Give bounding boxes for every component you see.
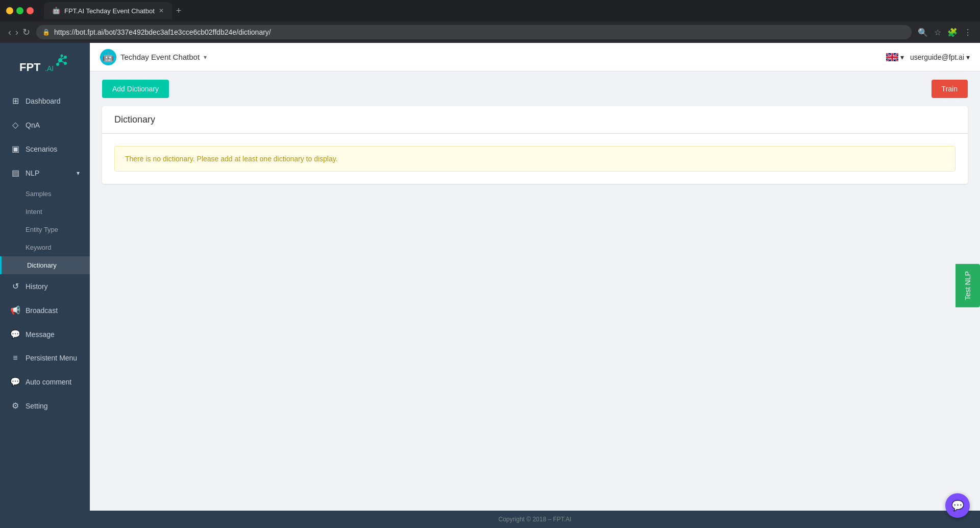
url-bar[interactable]: 🔒 https://bot.fpt.ai/bot/337e492bdec3af1… [36,25,912,39]
dictionary-card: Dictionary There is no dictionary. Pleas… [102,106,968,184]
page-toolbar: Add Dictionary Train [90,71,980,106]
svg-text:.AI: .AI [45,64,54,73]
user-email: userguide@fpt.ai [910,53,964,61]
copyright-text: Copyright © 2018 – FPT.AI [499,516,572,523]
new-tab-button[interactable]: + [176,6,182,16]
nav-buttons: ‹ › ↻ [8,27,30,38]
bot-avatar: 🤖 [100,49,116,65]
close-button[interactable] [27,7,34,14]
sidebar-item-label: Broadcast [26,306,58,315]
chevron-down-icon: ▾ [77,170,80,177]
sidebar-item-label: Auto comment [26,378,71,386]
bot-selector[interactable]: 🤖 Techday Event Chatbot ▾ [100,49,207,65]
back-button[interactable]: ‹ [8,27,11,38]
dictionary-card-body: There is no dictionary. Please add at le… [102,134,968,184]
sidebar-item-samples[interactable]: Samples [0,185,90,203]
top-header: 🤖 Techday Event Chatbot ▾ ▾ usergui [90,43,980,71]
sidebar-item-label: Dashboard [26,97,61,105]
language-label: ▾ [900,53,904,61]
auto-comment-icon: 💬 [10,377,20,387]
chat-bubble-icon: 💬 [951,499,964,512]
bot-chevron-icon: ▾ [204,54,207,61]
forward-button[interactable]: › [15,27,18,38]
chat-bubble[interactable]: 💬 [945,493,970,518]
tab-favicon: 🤖 [52,7,60,15]
minimize-button[interactable] [6,7,13,14]
nlp-icon: ▤ [10,168,20,178]
language-selector[interactable]: ▾ [886,53,904,61]
browser-chrome: 🤖 FPT.AI Techday Event Chatbot ✕ + [0,0,980,21]
address-bar-actions: 🔍 ☆ 🧩 ⋮ [918,28,972,37]
sidebar-item-label: History [26,282,48,291]
sidebar-item-label: QnA [26,121,40,129]
window-controls [6,7,34,14]
ssl-icon: 🔒 [42,29,50,36]
logo: FPT .AI [0,43,90,89]
sidebar-item-label: Message [26,330,55,339]
sidebar-item-entity-type[interactable]: Entity Type [0,221,90,238]
sidebar-item-dashboard[interactable]: ⊞ Dashboard [0,89,90,113]
broadcast-icon: 📢 [10,305,20,315]
test-nlp-button[interactable]: Test NLP [955,264,980,307]
sidebar-item-keyword[interactable]: Keyword [0,238,90,256]
active-tab[interactable]: 🤖 FPT.AI Techday Event Chatbot ✕ [44,2,172,19]
empty-notice: There is no dictionary. Please add at le… [114,146,955,172]
nlp-sub-items: Samples Intent Entity Type Keyword Dicti… [0,185,90,274]
scenarios-icon: ▣ [10,144,20,154]
page-footer: Copyright © 2018 – FPT.AI [90,511,980,528]
url-text: https://bot.fpt.ai/bot/337e492bdec3af1e3… [54,28,271,36]
uk-flag-icon [886,53,898,61]
bot-name: Techday Event Chatbot [120,53,200,61]
search-icon[interactable]: 🔍 [918,28,928,37]
sidebar-item-qna[interactable]: ◇ QnA [0,113,90,137]
extensions-icon[interactable]: 🧩 [947,28,958,37]
persistent-menu-icon: ≡ [10,353,20,363]
user-chevron-icon: ▾ [966,53,970,61]
nlp-header[interactable]: ▤ NLP ▾ [0,161,90,185]
train-button[interactable]: Train [932,80,968,98]
history-icon: ↺ [10,281,20,291]
bookmark-icon[interactable]: ☆ [934,28,941,37]
nlp-section: ▤ NLP ▾ Samples Intent Entity Type Ke [0,161,90,274]
sidebar-item-label: Setting [26,402,48,410]
logo-svg: FPT .AI [17,53,73,79]
menu-icon[interactable]: ⋮ [964,28,972,37]
sidebar-item-scenarios[interactable]: ▣ Scenarios [0,137,90,161]
maximize-button[interactable] [16,7,23,14]
user-menu-button[interactable]: userguide@fpt.ai ▾ [910,53,970,61]
tab-bar: 🤖 FPT.AI Techday Event Chatbot ✕ + [44,2,181,19]
svg-text:FPT: FPT [19,61,41,74]
dictionary-card-title: Dictionary [102,106,968,134]
tab-title: FPT.AI Techday Event Chatbot [64,7,155,15]
qna-icon: ◇ [10,120,20,130]
sidebar-item-message[interactable]: 💬 Message [0,322,90,346]
message-icon: 💬 [10,329,20,339]
address-bar: ‹ › ↻ 🔒 https://bot.fpt.ai/bot/337e492bd… [0,21,980,43]
tab-close-icon[interactable]: ✕ [159,7,164,14]
main-content: 🤖 Techday Event Chatbot ▾ ▾ usergui [90,43,980,528]
sidebar-navigation: ⊞ Dashboard ◇ QnA ▣ Scenarios ▤ NLP ▾ [0,89,90,528]
sidebar-item-broadcast[interactable]: 📢 Broadcast [0,298,90,322]
reload-button[interactable]: ↻ [22,27,30,38]
sidebar-item-label: Persistent Menu [26,354,77,362]
app-container: FPT .AI ⊞ Dashboard ◇ QnA ▣ Scenarios ▤ [0,43,980,528]
page-area: Add Dictionary Train Dictionary There is… [90,71,980,528]
sidebar-item-setting[interactable]: ⚙ Setting [0,394,90,418]
sidebar-item-intent[interactable]: Intent [0,203,90,221]
sidebar-item-history[interactable]: ↺ History [0,274,90,298]
header-right: ▾ userguide@fpt.ai ▾ [886,53,970,61]
setting-icon: ⚙ [10,401,20,411]
nlp-label: NLP [26,169,39,177]
sidebar: FPT .AI ⊞ Dashboard ◇ QnA ▣ Scenarios ▤ [0,43,90,528]
dashboard-icon: ⊞ [10,96,20,106]
sidebar-item-dictionary[interactable]: Dictionary [0,256,90,274]
sidebar-item-persistent-menu[interactable]: ≡ Persistent Menu [0,346,90,370]
sidebar-item-auto-comment[interactable]: 💬 Auto comment [0,370,90,394]
add-dictionary-button[interactable]: Add Dictionary [102,80,169,98]
sidebar-item-label: Scenarios [26,145,57,153]
